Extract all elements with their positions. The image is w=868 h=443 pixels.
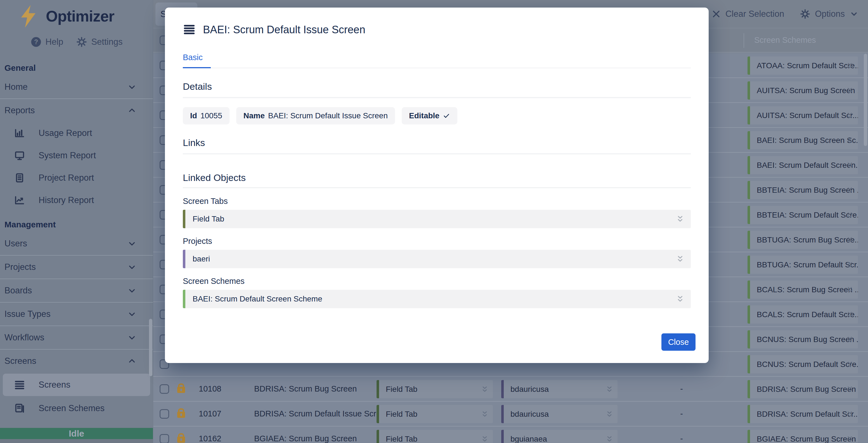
- row-screen-tab-dropdown[interactable]: Field Tab: [377, 380, 493, 398]
- sidebar-subitem-screen-schemes[interactable]: Screen Schemes: [0, 397, 153, 419]
- row-scheme-dropdown[interactable]: AUITSA: Scrum Default Scr...: [747, 106, 858, 124]
- question-circle-icon: ?: [30, 36, 42, 48]
- sidebar-item-label: Boards: [4, 286, 127, 296]
- table-scrollbar[interactable]: [864, 54, 867, 146]
- sidebar-subitem-label: Project Report: [38, 173, 94, 183]
- row-scheme-dropdown[interactable]: BCNUS: Scrum Bug Screen ...: [747, 330, 858, 349]
- row-scheme-dropdown[interactable]: BCNUS: Scrum Default Scre...: [747, 355, 858, 373]
- row-empty-cell: -: [668, 402, 695, 426]
- row-project-dropdown[interactable]: bdauricusa: [501, 405, 618, 423]
- tab-basic[interactable]: Basic: [183, 53, 211, 68]
- sidebar-item-reports[interactable]: Reports: [0, 99, 153, 122]
- sidebar-subitem-screens[interactable]: Screens: [3, 374, 150, 396]
- status-bar: Idle: [0, 428, 153, 439]
- column-divider: [744, 33, 744, 48]
- double-chevron-icon: [676, 295, 685, 303]
- double-chevron-icon: [846, 311, 854, 319]
- sidebar-item-issue-types[interactable]: Issue Types: [0, 303, 153, 326]
- modal-tabs: Basic: [183, 53, 691, 68]
- sidebar-subitem-history-report[interactable]: History Report: [0, 189, 153, 211]
- help-button[interactable]: ? Help: [30, 36, 63, 48]
- double-chevron-icon: [846, 286, 854, 294]
- linked-objects-list: Screen TabsField TabProjectsbaeriScreen …: [183, 197, 691, 308]
- row-scheme-dropdown[interactable]: BBTUGA: Scrum Bug Scree...: [747, 231, 858, 249]
- double-chevron-icon: [846, 236, 854, 244]
- double-chevron-icon: [846, 136, 854, 145]
- screen-details-modal: BAEI: Scrum Default Issue Screen Basic D…: [165, 7, 709, 363]
- settings-button[interactable]: Settings: [76, 36, 122, 48]
- row-scheme-dropdown[interactable]: BDRISA: Scrum Default Scr...: [747, 405, 858, 423]
- sidebar-scrollbar[interactable]: [149, 319, 152, 376]
- double-chevron-icon: [846, 61, 854, 70]
- row-scheme-dropdown[interactable]: BBTUGA: Scrum Default Scr...: [747, 256, 858, 274]
- divider: [183, 187, 691, 188]
- linked-object-dropdown-screen-tabs[interactable]: Field Tab: [183, 210, 691, 228]
- sidebar-subitem-label: Usage Report: [38, 128, 92, 138]
- chevron-down-icon: [127, 262, 137, 272]
- close-button[interactable]: Close: [661, 333, 695, 351]
- double-chevron-icon: [846, 86, 854, 95]
- row-checkbox[interactable]: [160, 434, 169, 443]
- row-scheme-dropdown[interactable]: BCALS: Scrum Default Scre...: [747, 305, 858, 324]
- gear-icon: [800, 9, 810, 19]
- linked-object-value: Field Tab: [193, 214, 224, 224]
- row-name-cell: BDRISA: Scrum Bug Screen: [254, 377, 357, 401]
- sidebar-item-workflows[interactable]: Workflows: [0, 326, 153, 349]
- chevron-down-icon: [127, 286, 137, 295]
- row-scheme-dropdown[interactable]: BAEI: Scrum Default Screen...: [747, 156, 858, 174]
- detail-pill-id: Id10055: [183, 107, 229, 124]
- row-checkbox[interactable]: [160, 384, 169, 394]
- sidebar-subitem-usage-report[interactable]: Usage Report: [0, 122, 153, 144]
- scheme-column-header: Screen Schemes: [754, 35, 816, 45]
- row-scheme-dropdown[interactable]: BGIAEA: Scrum Bug Screen ...: [747, 430, 858, 443]
- sidebar-item-label: Workflows: [4, 332, 127, 343]
- sidebar-item-screens[interactable]: Screens: [0, 350, 153, 373]
- double-chevron-icon: [480, 435, 489, 443]
- sidebar-subitem-system-report[interactable]: System Report: [0, 144, 153, 167]
- sidebar-item-label: Users: [4, 239, 127, 248]
- row-scheme-dropdown[interactable]: BDRISA: Scrum Bug Screen ...: [747, 380, 858, 398]
- double-chevron-icon: [846, 261, 854, 269]
- app-logo: Optimizer: [0, 0, 153, 29]
- table-row: 10162BGIAEA: Scrum Bug ScreenField Tabbg…: [153, 426, 868, 443]
- sidebar-item-home[interactable]: Home: [0, 76, 153, 98]
- nav-section-label: General: [4, 63, 153, 73]
- linked-object-dropdown-projects[interactable]: baeri: [183, 250, 691, 268]
- line-chart-icon: [14, 195, 25, 206]
- row-scheme-dropdown[interactable]: BCALS: Scrum Bug Screen ...: [747, 280, 858, 299]
- chevron-down-icon: [849, 9, 859, 19]
- toolbar-right-group: Clear Selection Options: [711, 0, 859, 28]
- row-checkbox[interactable]: [160, 409, 169, 419]
- double-chevron-icon: [846, 111, 854, 120]
- sidebar-item-label: Issue Types: [4, 309, 127, 319]
- sidebar-subitem-label: System Report: [38, 150, 96, 160]
- sidebar-item-projects[interactable]: Projects: [0, 256, 153, 278]
- gear-icon: [76, 36, 87, 48]
- app-title: Optimizer: [46, 7, 114, 25]
- linked-object-dropdown-screen-schemes[interactable]: BAEI: Scrum Default Screen Scheme: [183, 290, 691, 308]
- row-scheme-dropdown[interactable]: ATOAA: Scrum Default Scre...: [747, 57, 858, 75]
- chevron-up-icon: [127, 356, 137, 366]
- row-scheme-dropdown[interactable]: BBTEIA: Scrum Bug Screen ...: [747, 181, 858, 199]
- detail-pill-editable: Editable: [402, 107, 457, 124]
- double-chevron-icon: [480, 410, 489, 418]
- double-chevron-icon: [605, 435, 614, 443]
- settings-label: Settings: [91, 37, 122, 47]
- sidebar-subitem-project-report[interactable]: Project Report: [0, 167, 153, 189]
- row-screen-tab-dropdown[interactable]: Field Tab: [377, 405, 493, 423]
- double-chevron-icon: [846, 435, 854, 443]
- row-project-dropdown[interactable]: bguianaea: [501, 430, 618, 443]
- sidebar-item-users[interactable]: Users: [0, 232, 153, 255]
- divider: [183, 97, 691, 98]
- sidebar-item-boards[interactable]: Boards: [0, 279, 153, 302]
- row-scheme-dropdown[interactable]: BBTEIA: Scrum Default Scre...: [747, 206, 858, 224]
- sidebar-subitem-label: Screens: [38, 380, 70, 390]
- row-project-dropdown[interactable]: bdauricusa: [501, 380, 618, 398]
- table-row: 10108BDRISA: Scrum Bug ScreenField Tabbd…: [153, 377, 868, 402]
- row-screen-tab-dropdown[interactable]: Field Tab: [377, 430, 493, 443]
- options-button[interactable]: Options: [800, 9, 859, 19]
- clear-selection-button[interactable]: Clear Selection: [711, 9, 784, 19]
- row-scheme-dropdown[interactable]: AUITSA: Scrum Bug Screen ...: [747, 81, 858, 99]
- row-scheme-dropdown[interactable]: BAEI: Scrum Bug Screen Sc...: [747, 131, 858, 149]
- screen-menu-icon: [183, 23, 196, 36]
